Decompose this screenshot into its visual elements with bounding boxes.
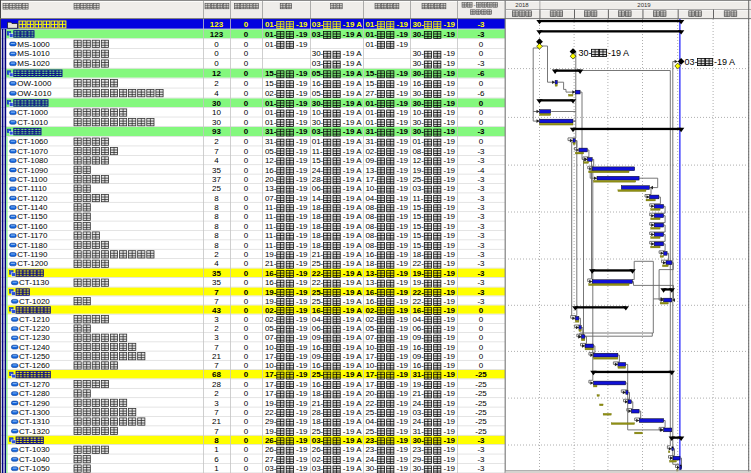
svg-text:-19: -19 [296,417,308,426]
svg-text:17-: 17- [365,352,377,361]
svg-text:15-: 15- [265,69,277,78]
svg-text:-19: -19 [296,408,308,417]
svg-text:11-: 11- [265,231,276,240]
svg-text:02-: 02- [365,147,377,156]
svg-text:-19: -19 [444,166,456,175]
svg-text:21-: 21- [265,259,277,268]
svg-text:-19: -19 [397,231,409,240]
svg-text:-19: -19 [444,352,456,361]
svg-text:-19: -19 [397,269,409,278]
svg-text:-19 A: -19 A [343,203,362,212]
svg-text:12-: 12- [412,156,424,165]
svg-text:-19: -19 [444,343,456,352]
svg-text:-19 A: -19 A [343,79,362,88]
svg-text:-19: -19 [444,306,456,315]
svg-text:-19: -19 [296,127,308,136]
svg-text:0: 0 [244,408,249,417]
svg-text:-19: -19 [397,306,409,315]
svg-text:17-: 17- [365,380,377,389]
svg-text:-19 A: -19 A [343,250,362,259]
svg-text:16-: 16- [365,297,377,306]
svg-text:0: 0 [244,156,249,165]
svg-text:0: 0 [244,166,249,175]
svg-text:16-: 16- [365,288,377,297]
svg-text:10-: 10- [265,343,277,352]
svg-text:06-: 06- [312,324,324,333]
svg-text:21-: 21- [312,250,324,259]
svg-text:-19: -19 [444,315,456,324]
svg-text:-19: -19 [397,427,409,436]
svg-text:-19: -19 [296,288,308,297]
svg-text:-19 A: -19 A [343,99,362,108]
svg-text:30-: 30- [412,436,424,445]
svg-text:31-: 31- [412,427,424,436]
svg-text:-19: -19 [397,40,409,49]
svg-text:0: 0 [244,212,249,221]
svg-text:16-: 16- [365,250,377,259]
svg-text:MS-1010: MS-1010 [17,49,50,58]
svg-text:18-: 18- [312,212,324,221]
svg-text:-19 A: -19 A [343,49,362,58]
svg-text:15-: 15- [312,156,324,165]
svg-text:-19 A: -19 A [608,48,629,58]
svg-text:02-: 02- [265,89,277,98]
svg-text:-3: -3 [477,59,485,68]
svg-text:19-: 19- [265,288,277,297]
svg-text:17-: 17- [265,380,277,389]
svg-text:-19: -19 [397,203,409,212]
svg-text:-3: -3 [477,147,485,156]
svg-text:3: 3 [214,333,219,342]
svg-text:10-: 10- [365,343,377,352]
svg-text:0: 0 [214,40,219,49]
svg-text:-19: -19 [397,175,409,184]
svg-text:-19: -19 [296,333,308,342]
svg-text:04-: 04- [365,417,377,426]
svg-text:14-: 14- [312,194,324,203]
svg-text:-19 A: -19 A [343,417,362,426]
svg-text:-19: -19 [296,156,308,165]
svg-text:-19 A: -19 A [343,288,362,297]
svg-text:CT-1130: CT-1130 [19,278,50,287]
svg-text:-19 A: -19 A [343,408,362,417]
svg-text:30-: 30- [412,49,424,58]
svg-text:-19: -19 [296,241,308,250]
svg-text:01-: 01- [265,30,277,39]
svg-text:24-: 24- [412,399,424,408]
svg-text:-3: -3 [477,175,485,184]
svg-text:-6: -6 [477,89,485,98]
svg-text:-19 A: -19 A [343,212,362,221]
svg-text:-19: -19 [444,49,456,58]
svg-text:21: 21 [212,352,221,361]
svg-text:13-: 13- [365,166,377,175]
svg-text:-19: -19 [397,380,409,389]
svg-text:16-: 16- [265,278,277,287]
svg-text:OW-1000: OW-1000 [17,79,52,88]
svg-text:-19: -19 [397,361,409,370]
svg-text:-19 A: -19 A [343,306,362,315]
svg-text:-19 A: -19 A [343,445,362,454]
svg-text:CT-1250: CT-1250 [19,352,50,361]
svg-text:2: 2 [214,324,219,333]
svg-text:28: 28 [212,380,221,389]
svg-text:-3: -3 [477,297,485,306]
svg-text:30-: 30- [312,99,324,108]
svg-text:0: 0 [244,315,249,324]
svg-text:CT-1110: CT-1110 [17,184,47,193]
svg-text:0: 0 [244,69,249,78]
svg-text:-19: -19 [296,324,308,333]
svg-text:-3: -3 [477,212,485,221]
svg-text:10: 10 [212,108,221,117]
svg-text:0: 0 [214,59,219,68]
svg-text:7: 7 [214,343,219,352]
svg-text:-19 A: -19 A [343,89,362,98]
svg-text:30-: 30- [412,127,424,136]
svg-text:CT-1320: CT-1320 [19,427,50,436]
svg-text:25-: 25- [365,427,377,436]
svg-text:CT-1260: CT-1260 [19,361,50,370]
svg-text:-19 A: -19 A [343,20,362,29]
svg-text:-19 A: -19 A [343,436,362,445]
svg-text:0: 0 [479,361,484,370]
svg-text:-19: -19 [444,389,456,398]
svg-text:0: 0 [244,464,249,473]
svg-text:30-: 30- [312,118,324,127]
